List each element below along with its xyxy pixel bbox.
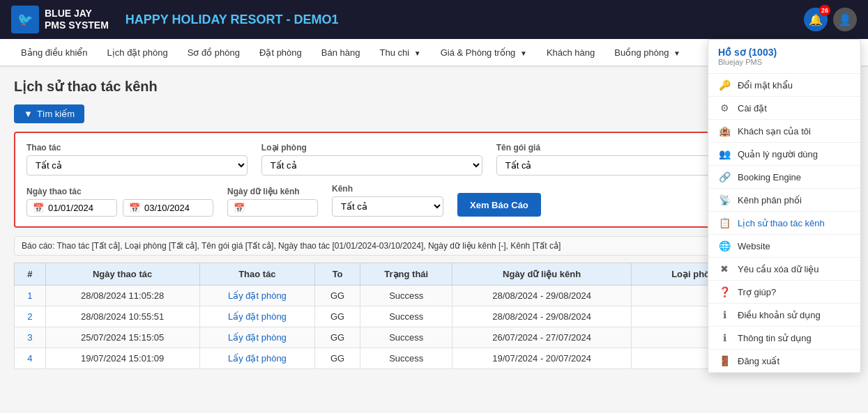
ngay-du-lieu-dates-row: 📅 [227, 199, 318, 217]
cell-thao-tac: Lấy đặt phòng [199, 306, 314, 327]
dropdown-user-sub: Bluejay PMS [718, 58, 851, 66]
thao-tac-link[interactable]: Lấy đặt phòng [228, 311, 287, 322]
kenh-select[interactable]: Tất cả [332, 196, 443, 217]
cell-id: 2 [15, 306, 46, 327]
thao-tac-label: Thao tác [26, 143, 248, 153]
dropdown-item-icon: 🔑 [718, 79, 731, 91]
row-link[interactable]: 3 [27, 332, 32, 343]
ten-goi-gia-label: Tên gói giá [496, 143, 717, 153]
dropdown-item-label: Yêu cầu xóa dữ liệu [738, 264, 819, 274]
dropdown-item-icon: ✖ [718, 263, 731, 274]
dropdown-item[interactable]: 🔑 Đổi mật khẩu [708, 74, 860, 97]
dropdown-item-icon: 🚪 [718, 355, 731, 366]
ngay-du-lieu-input[interactable] [249, 203, 312, 213]
hotel-title: HAPPY HOLIDAY RESORT - DEMO1 [125, 13, 804, 27]
user-avatar-button[interactable]: 👤 [833, 8, 857, 31]
col-thao-tac: Thao tác [199, 263, 314, 286]
date-from-input[interactable] [48, 203, 111, 213]
nav-item-expenses[interactable]: Thu chi ▼ [370, 40, 430, 66]
nav-item-dashboard[interactable]: Bảng điều khiển [11, 40, 98, 66]
dropdown-item[interactable]: ⚙ Cài đặt [708, 97, 860, 120]
dropdown-user-name: Hồ sơ (1003) [718, 47, 851, 58]
dropdown-item[interactable]: 👥 Quản lý người dùng [708, 143, 860, 166]
cell-trang-thai: Success [360, 327, 452, 348]
dropdown-item-icon: 👥 [718, 148, 731, 159]
dropdown-item[interactable]: ℹ Điều khoản sử dụng [708, 304, 860, 327]
kenh-group: Kênh Tất cả [332, 184, 443, 217]
report-button[interactable]: Xem Báo Cáo [457, 193, 541, 217]
dropdown-item-label: Đổi mật khẩu [738, 80, 793, 91]
cell-ngay-du-lieu: 28/08/2024 - 29/08/2024 [452, 286, 631, 306]
thao-tac-link[interactable]: Lấy đặt phòng [228, 332, 287, 343]
dropdown-item-icon: ❓ [718, 286, 731, 297]
loai-phong-select[interactable]: Tất cả [261, 155, 482, 176]
cell-ngay: 25/07/2024 15:15:05 [45, 327, 199, 348]
cell-ngay-du-lieu: 19/07/2024 - 20/07/2024 [452, 348, 631, 369]
dropdown-item-icon: ℹ [718, 309, 731, 320]
logo-sub: PMS SYSTEM [45, 20, 109, 31]
search-toggle-button[interactable]: ▼ Tìm kiếm [14, 104, 84, 123]
col-id: # [15, 263, 46, 286]
dropdown-item[interactable]: ℹ Thông tin sử dụng [708, 327, 860, 350]
cell-to: GG [315, 327, 360, 348]
dropdown-item-icon: 🏨 [718, 125, 731, 137]
dropdown-item-icon: 🌐 [718, 240, 731, 251]
nav-item-customers[interactable]: Khách hàng [537, 40, 604, 66]
date-to-input[interactable] [144, 203, 207, 213]
dropdown-item[interactable]: 📡 Kênh phân phối [708, 189, 860, 212]
nav-item-rooms[interactable]: Buồng phòng ▼ [604, 40, 690, 66]
cell-thao-tac: Lấy đặt phòng [199, 286, 314, 306]
row-link[interactable]: 4 [27, 353, 32, 364]
dropdown-item[interactable]: 🚪 Đăng xuất [708, 350, 860, 373]
thao-tac-group: Thao tác Tất cả [26, 143, 248, 176]
dropdown-item-label: Website [738, 241, 770, 251]
thao-tac-select[interactable]: Tất cả [26, 155, 248, 176]
cell-id: 3 [15, 327, 46, 348]
nav-item-room-map[interactable]: Sơ đồ phòng [178, 40, 250, 66]
dropdown-item-label: Cài đặt [738, 103, 767, 114]
cell-id: 4 [15, 348, 46, 369]
col-ngay-du-lieu-kenh: Ngày dữ liệu kênh [452, 263, 631, 286]
ngay-du-lieu-label: Ngày dữ liệu kênh [227, 187, 318, 196]
ten-goi-gia-group: Tên gói giá Tất cả [496, 143, 717, 176]
row-link[interactable]: 2 [27, 311, 32, 322]
cell-to: GG [315, 286, 360, 306]
ten-goi-gia-select[interactable]: Tất cả [496, 155, 717, 176]
logo-icon: 🐦 [11, 6, 39, 33]
date-from-wrap: 📅 [26, 199, 117, 217]
cell-ngay-du-lieu: 26/07/2024 - 27/07/2024 [452, 327, 631, 348]
ngay-thao-tac-group: Ngày thao tác 📅 📅 [26, 187, 213, 217]
nav-item-booking-calendar[interactable]: Lịch đặt phòng [98, 40, 178, 66]
dropdown-item[interactable]: 📋 Lịch sử thao tác kênh [708, 212, 860, 235]
calendar-icon-to: 📅 [129, 203, 140, 213]
dropdown-items: 🔑 Đổi mật khẩu ⚙ Cài đặt 🏨 Khách sạn của… [708, 74, 860, 373]
thao-tac-link[interactable]: Lấy đặt phòng [228, 353, 287, 364]
cell-ngay: 28/08/2024 10:55:51 [45, 306, 199, 327]
dropdown-item-label: Kênh phân phối [738, 195, 802, 205]
dropdown-item[interactable]: ❓ Trợ giúp? [708, 281, 860, 304]
nav-item-booking[interactable]: Đặt phòng [250, 40, 312, 66]
dropdown-item[interactable]: 🌐 Website [708, 235, 860, 258]
dropdown-item[interactable]: 🔗 Booking Engine [708, 166, 860, 189]
thao-tac-link[interactable]: Lấy đặt phòng [228, 290, 287, 301]
dropdown-item[interactable]: ✖ Yêu cầu xóa dữ liệu [708, 258, 860, 281]
search-toggle-label: Tìm kiếm [37, 109, 75, 119]
dropdown-item[interactable]: 🏨 Khách sạn của tôi [708, 120, 860, 143]
loai-phong-group: Loại phòng Tất cả [261, 143, 482, 176]
col-trang-thai: Trạng thái [360, 263, 452, 286]
nav-item-pricing[interactable]: Giá & Phòng trống ▼ [431, 40, 537, 66]
dropdown-item-label: Đăng xuất [738, 356, 779, 366]
row-link[interactable]: 1 [27, 290, 32, 301]
dropdown-item-label: Booking Engine [738, 172, 801, 182]
cell-trang-thai: Success [360, 348, 452, 369]
cell-trang-thai: Success [360, 306, 452, 327]
dropdown-item-icon: 📡 [718, 194, 731, 205]
dates-row: 📅 📅 [26, 199, 213, 217]
ngay-du-lieu-wrap: 📅 [227, 199, 318, 217]
nav-item-sales[interactable]: Bán hàng [312, 40, 370, 66]
notification-bell[interactable]: 🔔 26 [804, 8, 828, 31]
dropdown-item-label: Trợ giúp? [738, 287, 776, 297]
logo-name: BLUE JAY [45, 8, 109, 20]
calendar-icon-from: 📅 [33, 203, 44, 213]
cell-ngay: 28/08/2024 11:05:28 [45, 286, 199, 306]
